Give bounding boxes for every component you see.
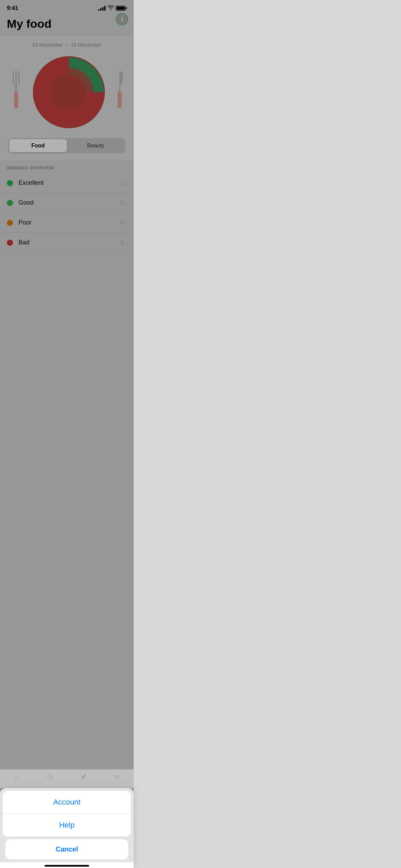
dim-overlay — [0, 0, 134, 289]
